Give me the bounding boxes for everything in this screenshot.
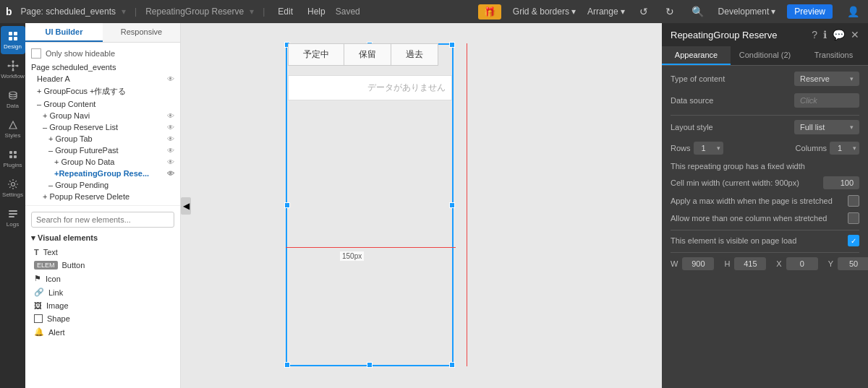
panel-tabs: UI Builder Responsive xyxy=(25,23,180,43)
tree-group-pending[interactable]: – Group Pending xyxy=(25,179,180,191)
h-input[interactable] xyxy=(734,257,766,270)
y-input[interactable] xyxy=(838,257,868,270)
undo-button[interactable]: ↺ xyxy=(637,4,651,19)
element-text[interactable]: T Text xyxy=(25,246,180,259)
canvas-area[interactable]: ◀ 予定中 保留 過去 データがありません 150px xyxy=(181,23,662,388)
handle-br[interactable] xyxy=(449,362,455,368)
element-link[interactable]: 🔗 Link xyxy=(25,285,180,299)
development-dropdown[interactable]: Development ▾ xyxy=(718,7,776,17)
sidebar-item-styles[interactable]: Styles xyxy=(1,115,25,143)
svg-rect-10 xyxy=(9,151,12,154)
svg-rect-1 xyxy=(14,32,17,35)
tab-appearance[interactable]: Appearance xyxy=(662,46,731,65)
allow-more-cols-checkbox[interactable] xyxy=(848,212,859,224)
svg-point-5 xyxy=(7,65,9,67)
edit-button[interactable]: Edit xyxy=(273,5,297,18)
only-hideable-checkbox[interactable] xyxy=(31,48,41,59)
measure-label: 150px xyxy=(340,251,364,261)
arrange-dropdown[interactable]: Arrange ▾ xyxy=(587,7,625,17)
canvas-tab-scheduled[interactable]: 予定中 xyxy=(289,44,344,65)
layout-style-dropdown[interactable]: Full list ▾ xyxy=(794,120,859,134)
right-panel: RepeatingGroup Reserve ? ℹ 💬 ✕ Appearanc… xyxy=(662,23,868,388)
rows-label: Rows xyxy=(671,144,691,152)
tree-header-a[interactable]: Header A 👁 xyxy=(25,73,180,85)
canvas-tab-hold[interactable]: 保留 xyxy=(344,44,391,65)
tree-group-no-data[interactable]: + Group No Data 👁 xyxy=(25,156,180,168)
svg-point-8 xyxy=(12,69,14,72)
element-icon[interactable]: ⚑ Icon xyxy=(25,272,180,285)
type-of-content-dropdown[interactable]: Reserve ▾ xyxy=(794,72,859,86)
shape-icon xyxy=(34,314,43,323)
tab-transitions[interactable]: Transitions xyxy=(799,46,868,65)
sidebar-item-workflow[interactable]: Workflow xyxy=(1,56,25,84)
w-label: W xyxy=(671,259,678,268)
handle-mr[interactable] xyxy=(449,202,455,208)
tab-responsive[interactable]: Responsive xyxy=(103,23,180,42)
element-button[interactable]: ELEM Button xyxy=(25,259,180,272)
close-panel-button[interactable]: ✕ xyxy=(851,29,859,40)
tree-group-navi[interactable]: + Group Navi 👁 xyxy=(25,110,180,121)
max-width-row: Apply a max width when the page is stret… xyxy=(671,195,859,207)
right-panel-tabs: Appearance Conditional (2) Transitions xyxy=(662,46,868,66)
data-source-input[interactable]: Click xyxy=(794,93,859,108)
tree-page[interactable]: Page scheduled_events xyxy=(25,61,180,73)
help-icon-button[interactable]: ? xyxy=(812,29,817,40)
svg-rect-3 xyxy=(14,37,17,40)
tree-group-tab[interactable]: + Group Tab 👁 xyxy=(25,133,180,145)
tree-group-future-past[interactable]: – Group FuturePast 👁 xyxy=(25,145,180,156)
svg-rect-11 xyxy=(14,151,17,154)
handle-bl[interactable] xyxy=(284,362,290,368)
help-button[interactable]: Help xyxy=(303,5,330,18)
rows-down-arrow[interactable]: ▾ xyxy=(714,145,723,152)
search-elements-input[interactable] xyxy=(31,212,174,228)
gift-button[interactable]: 🎁 xyxy=(478,4,501,20)
columns-down-arrow[interactable]: ▾ xyxy=(850,145,859,152)
sidebar-item-logs[interactable]: Logs xyxy=(1,204,25,232)
button-icon: ELEM xyxy=(34,261,58,270)
workflow-label: Workflow xyxy=(1,73,25,79)
tree-group-focus[interactable]: + GroupFocus +作成する xyxy=(25,85,180,98)
alert-icon: 🔔 xyxy=(34,327,44,337)
main-layout: Design Workflow Data xyxy=(0,23,868,388)
element-alert[interactable]: 🔔 Alert xyxy=(25,325,180,339)
rows-control[interactable]: 1 ▾ xyxy=(694,142,723,155)
sidebar-item-design[interactable]: Design xyxy=(1,26,25,54)
sidebar-item-settings[interactable]: Settings xyxy=(1,174,25,202)
search-button[interactable]: 🔍 xyxy=(689,4,707,19)
redo-button[interactable]: ↻ xyxy=(663,4,677,19)
canvas-tab-past[interactable]: 過去 xyxy=(391,44,438,65)
data-label: Data xyxy=(7,103,19,109)
collapse-panel-button[interactable]: ◀ xyxy=(181,197,191,215)
w-input[interactable] xyxy=(682,257,714,270)
info-icon-button[interactable]: ℹ xyxy=(823,29,827,40)
handle-bc[interactable] xyxy=(367,362,373,368)
visual-elements-header[interactable]: ▾ Visual elements xyxy=(25,230,180,246)
dimensions-row: W H X Y xyxy=(671,257,859,270)
chat-icon-button[interactable]: 💬 xyxy=(833,29,845,40)
layout-style-label: Layout style xyxy=(671,123,794,132)
element-image[interactable]: 🖼 Image xyxy=(25,299,180,312)
tab-ui-builder[interactable]: UI Builder xyxy=(25,23,103,42)
visible-on-load-checkbox[interactable] xyxy=(848,235,859,246)
columns-control[interactable]: 1 ▾ xyxy=(830,142,859,155)
tree-group-content[interactable]: – Group Content xyxy=(25,98,180,110)
sep2: ▾ xyxy=(250,7,254,17)
x-input[interactable] xyxy=(786,257,818,270)
sidebar-item-plugins[interactable]: Plugins xyxy=(1,145,25,173)
tree-popup-reserve[interactable]: + Popup Reserve Delete xyxy=(25,191,180,202)
max-width-checkbox[interactable] xyxy=(848,195,859,207)
user-icon-button[interactable]: 👤 xyxy=(844,4,862,19)
tree-group-reserve-list[interactable]: – Group Reserve List 👁 xyxy=(25,121,180,133)
tree-repeating-group[interactable]: +RepeatingGroup Rese... 👁 xyxy=(25,168,180,179)
svg-point-4 xyxy=(12,64,14,67)
red-horizontal-line xyxy=(286,247,456,248)
preview-button[interactable]: Preview xyxy=(787,4,833,19)
handle-ml[interactable] xyxy=(284,202,290,208)
tab-conditional[interactable]: Conditional (2) xyxy=(731,46,799,65)
sidebar-item-data[interactable]: Data xyxy=(1,85,25,113)
element-shape[interactable]: Shape xyxy=(25,312,180,325)
cell-min-input[interactable] xyxy=(823,176,859,189)
handle-tr[interactable] xyxy=(449,42,455,48)
visible-on-load-label: This element is visible on page load xyxy=(671,236,848,245)
grid-borders-dropdown[interactable]: Grid & borders ▾ xyxy=(513,7,576,17)
